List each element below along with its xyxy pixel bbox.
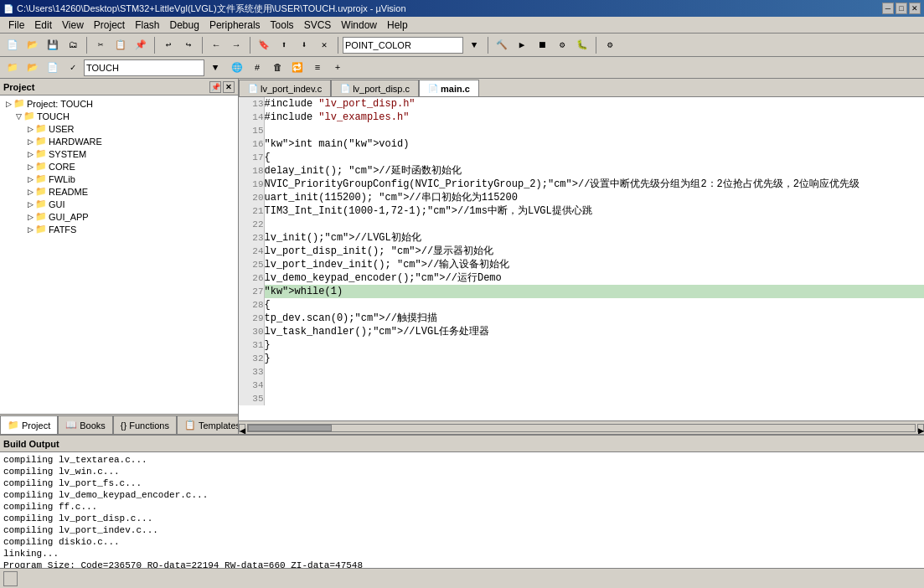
open-file-button[interactable]: 📂 <box>23 36 42 54</box>
menu-peripherals[interactable]: Peripherals <box>204 18 266 32</box>
clear-bookmark-button[interactable]: ✕ <box>315 36 333 54</box>
menu-file[interactable]: File <box>3 18 29 32</box>
file-btn[interactable]: 📄 <box>44 59 62 77</box>
point-color-combo[interactable] <box>343 37 463 54</box>
undo-button[interactable]: ↩ <box>159 36 178 54</box>
debug-btn[interactable]: 🐛 <box>573 36 591 54</box>
bookmark-button[interactable]: 🔖 <box>255 36 273 54</box>
tree-gui[interactable]: ▷ 📁 GUI <box>2 198 236 210</box>
target-combo[interactable] <box>84 59 204 76</box>
tree-fatfs[interactable]: ▷ 📁 FATFS <box>2 223 236 235</box>
tree-core[interactable]: ▷ 📁 CORE <box>2 160 236 173</box>
line-content: delay_init(); "cm">//延时函数初始化 <box>264 164 924 178</box>
code-row-23[interactable]: 23 lv_init();"cm">//LVGL初始化 <box>239 231 924 245</box>
tab-functions[interactable]: {} Functions <box>113 415 177 434</box>
batch-btn[interactable]: ≡ <box>308 59 327 77</box>
extra-btn[interactable]: + <box>328 59 347 77</box>
code-row-15[interactable]: 15 <box>239 124 924 137</box>
nav-back-button[interactable]: ← <box>207 36 225 54</box>
build-btn[interactable]: 🔨 <box>493 36 511 54</box>
scroll-thumb[interactable] <box>248 425 332 431</box>
menu-bar: File Edit View Project Flash Debug Perip… <box>0 17 924 34</box>
next-bookmark-button[interactable]: ⬇ <box>295 36 313 54</box>
code-row-22[interactable]: 22 <box>239 218 924 231</box>
code-row-35[interactable]: 35 <box>239 392 924 405</box>
code-row-21[interactable]: 21 TIM3_Int_Init(1000-1,72-1);"cm">//1ms… <box>239 204 924 218</box>
prev-bookmark-button[interactable]: ⬆ <box>275 36 293 54</box>
run-btn[interactable]: ▶ <box>513 36 531 54</box>
menu-view[interactable]: View <box>57 18 89 32</box>
scroll-right-btn[interactable]: ▶ <box>917 424 924 432</box>
horizontal-scrollbar[interactable]: ◀ ▶ <box>239 420 924 434</box>
menu-window[interactable]: Window <box>336 18 382 32</box>
cut-button[interactable]: ✂ <box>91 36 110 54</box>
code-row-28[interactable]: 28 { <box>239 298 924 312</box>
code-row-16[interactable]: 16"kw">int main("kw">void) <box>239 137 924 151</box>
code-row-17[interactable]: 17{ <box>239 151 924 164</box>
project-close-button[interactable]: ✕ <box>223 81 235 93</box>
tree-readme[interactable]: ▷ 📁 README <box>2 185 236 198</box>
menu-edit[interactable]: Edit <box>29 18 57 32</box>
tree-root[interactable]: ▷ 📁 Project: TOUCH <box>2 97 236 110</box>
nav-fwd-button[interactable]: → <box>227 36 245 54</box>
group-btn[interactable]: 📂 <box>23 59 42 77</box>
close-button[interactable]: ✕ <box>909 3 921 14</box>
code-row-34[interactable]: 34 <box>239 379 924 392</box>
code-row-20[interactable]: 20 uart_init(115200); "cm">//串口初始化为11520… <box>239 191 924 204</box>
scroll-track[interactable] <box>247 424 916 432</box>
save-all-button[interactable]: 🗂 <box>64 36 82 54</box>
code-row-13[interactable]: 13#include "lv_port_disp.h" <box>239 97 924 111</box>
paste-button[interactable]: 📌 <box>132 36 150 54</box>
tree-hardware[interactable]: ▷ 📁 HARDWARE <box>2 135 236 147</box>
code-row-32[interactable]: 32} <box>239 352 924 365</box>
maximize-button[interactable]: □ <box>896 3 907 14</box>
code-area[interactable]: 13#include "lv_port_disp.h"14#include "l… <box>239 97 924 420</box>
tree-touch[interactable]: ▽ 📁 TOUCH <box>2 110 236 122</box>
tree-system[interactable]: ▷ 📁 SYSTEM <box>2 147 236 160</box>
code-row-31[interactable]: 31 } <box>239 338 924 352</box>
menu-help[interactable]: Help <box>382 18 413 32</box>
tab-books[interactable]: 📖 Books <box>58 415 113 434</box>
tab-project[interactable]: 📁 Project <box>0 415 58 434</box>
code-row-25[interactable]: 25 lv_port_indev_init(); "cm">//输入设备初始化 <box>239 258 924 271</box>
clean-btn[interactable]: 🗑 <box>268 59 286 77</box>
new-file-button[interactable]: 📄 <box>3 36 22 54</box>
project-btn[interactable]: 📁 <box>3 59 22 77</box>
tab-lv-port-indev[interactable]: 📄 lv_port_indev.c <box>239 80 331 96</box>
redo-button[interactable]: ↪ <box>179 36 198 54</box>
menu-flash[interactable]: Flash <box>130 18 164 32</box>
tab-lv-port-disp[interactable]: 📄 lv_port_disp.c <box>331 80 419 96</box>
tab-templates[interactable]: 📋 Templates <box>177 415 239 434</box>
menu-debug[interactable]: Debug <box>165 18 204 32</box>
hex-btn[interactable]: # <box>248 59 266 77</box>
copy-button[interactable]: 📋 <box>111 36 130 54</box>
menu-project[interactable]: Project <box>89 18 130 32</box>
combo-arrow[interactable]: ▼ <box>465 36 483 54</box>
code-row-14[interactable]: 14#include "lv_examples.h" <box>239 111 924 124</box>
code-row-29[interactable]: 29 tp_dev.scan(0);"cm">//触摸扫描 <box>239 312 924 325</box>
tree-user[interactable]: ▷ 📁 USER <box>2 122 236 135</box>
tab-main[interactable]: 📄 main.c <box>419 80 479 96</box>
minimize-button[interactable]: ─ <box>882 3 894 14</box>
scroll-left-btn[interactable]: ◀ <box>239 424 245 432</box>
tree-fwlib[interactable]: ▷ 📁 FWLib <box>2 173 236 185</box>
code-row-18[interactable]: 18 delay_init(); "cm">//延时函数初始化 <box>239 164 924 178</box>
menu-tools[interactable]: Tools <box>266 18 299 32</box>
settings-btn[interactable]: ⚙ <box>601 36 619 54</box>
rebuild-btn[interactable]: 🔁 <box>288 59 307 77</box>
target-arrow[interactable]: ▼ <box>206 59 225 77</box>
select-btn[interactable]: ✓ <box>64 59 82 77</box>
translate-btn[interactable]: 🌐 <box>228 59 246 77</box>
stop-btn[interactable]: ⏹ <box>533 36 551 54</box>
save-button[interactable]: 💾 <box>44 36 62 54</box>
code-row-30[interactable]: 30 lv_task_handler();"cm">//LVGL任务处理器 <box>239 325 924 338</box>
code-row-27[interactable]: 27 "kw">while(1) <box>239 285 924 298</box>
code-row-24[interactable]: 24 lv_port_disp_init(); "cm">//显示器初始化 <box>239 245 924 258</box>
tree-gui-app[interactable]: ▷ 📁 GUI_APP <box>2 210 236 223</box>
code-row-19[interactable]: 19 NVIC_PriorityGroupConfig(NVIC_Priorit… <box>239 178 924 191</box>
code-row-26[interactable]: 26 lv_demo_keypad_encoder();"cm">//运行Dem… <box>239 271 924 285</box>
project-float-button[interactable]: 📌 <box>209 81 221 93</box>
menu-svcs[interactable]: SVCS <box>299 18 337 32</box>
target-options-btn[interactable]: ⚙ <box>553 36 571 54</box>
code-row-33[interactable]: 33 <box>239 365 924 379</box>
